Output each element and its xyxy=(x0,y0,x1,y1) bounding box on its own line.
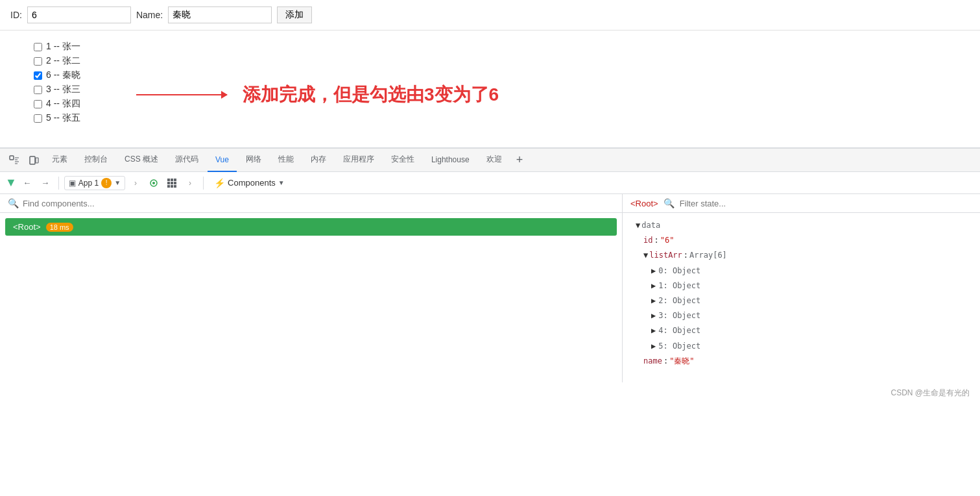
device-icon[interactable] xyxy=(25,151,43,169)
item-3-label: 3: Object xyxy=(658,310,700,322)
refresh-icon[interactable] xyxy=(146,175,161,191)
item-checkbox-4[interactable] xyxy=(34,100,42,108)
listarr-expand-icon[interactable]: ▼ xyxy=(643,249,648,262)
back-button[interactable]: ← xyxy=(19,175,35,191)
item-text-1: 1 -- 张一 xyxy=(46,41,80,53)
expand-0-icon[interactable]: ▶ xyxy=(651,265,656,277)
state-item-0: ▶ 0: Object xyxy=(630,264,972,279)
id-key: id xyxy=(643,234,652,247)
tab-network[interactable]: 网络 xyxy=(238,149,269,172)
state-data-section: ▼ data xyxy=(630,218,972,233)
item-2-label: 2: Object xyxy=(658,295,700,307)
filter-icon: 🔍 xyxy=(663,198,675,208)
tab-memory[interactable]: 内存 xyxy=(303,149,334,172)
state-name-line: name : "秦晓" xyxy=(630,354,972,369)
tab-bar: 元素 控制台 CSS 概述 源代码 Vue 网络 性能 内存 应用程序 安全性 … xyxy=(0,149,980,172)
name-label: Name: xyxy=(136,10,163,20)
tab-add-icon[interactable]: + xyxy=(511,151,529,169)
list-item: 1 -- 张一 xyxy=(34,41,970,53)
search-icon: 🔍 xyxy=(8,198,19,208)
item-text-2: 2 -- 张二 xyxy=(46,55,80,67)
filter-input[interactable] xyxy=(680,199,972,208)
ms-badge: 18 ms xyxy=(46,223,73,232)
expand-2-icon[interactable]: ▶ xyxy=(651,295,656,307)
item-1-label: 1: Object xyxy=(658,280,700,292)
item-checkbox-5[interactable] xyxy=(34,114,42,123)
tab-console[interactable]: 控制台 xyxy=(77,149,115,172)
listarr-key: listArr xyxy=(649,249,682,262)
expand-5-icon[interactable]: ▶ xyxy=(651,340,656,353)
item-text-6: 6 -- 秦晓 xyxy=(46,69,80,81)
app-selector[interactable]: ▣ App 1 ! ▼ xyxy=(64,176,125,190)
search-bar: 🔍 xyxy=(0,194,622,213)
name-key: name xyxy=(643,355,662,367)
tab-vue[interactable]: Vue xyxy=(208,149,237,172)
expand-3-icon[interactable]: ▶ xyxy=(651,310,656,322)
app-dropdown-icon: ▼ xyxy=(114,179,121,186)
divider-2 xyxy=(203,177,204,190)
item-5-label: 5: Object xyxy=(658,340,700,353)
item-checkbox-3[interactable] xyxy=(34,86,42,94)
components-label: Components xyxy=(228,178,276,188)
grid-view-icon[interactable] xyxy=(164,175,180,191)
forward-button[interactable]: → xyxy=(38,175,53,191)
root-tag-label: <Root> xyxy=(13,222,41,232)
watermark: CSDN @生命是有光的 xyxy=(0,382,980,404)
components-dropdown-icon: ▼ xyxy=(278,179,285,186)
right-panel-header: <Root> 🔍 xyxy=(623,194,980,213)
devtools-panel: 元素 控制台 CSS 概述 源代码 Vue 网络 性能 内存 应用程序 安全性 … xyxy=(0,147,980,382)
tab-security[interactable]: 安全性 xyxy=(383,149,422,172)
watermark-text: CSDN @生命是有光的 xyxy=(890,388,970,397)
components-icon: ⚡ xyxy=(214,178,225,188)
id-input[interactable] xyxy=(27,6,131,23)
grid-icon-inner xyxy=(167,179,176,188)
state-item-1: ▶ 1: Object xyxy=(630,279,972,293)
data-expand-icon[interactable]: ▼ xyxy=(636,219,640,232)
expand-1-icon[interactable]: ▶ xyxy=(651,280,656,292)
list-item: 2 -- 张二 xyxy=(34,55,970,67)
warning-badge: ! xyxy=(101,178,112,188)
svg-rect-2 xyxy=(36,158,38,163)
top-form: ID: Name: 添加 xyxy=(0,0,980,31)
name-colon: : xyxy=(663,355,668,367)
tab-elements[interactable]: 元素 xyxy=(44,149,75,172)
name-value: "秦晓" xyxy=(669,355,694,367)
chevron-right-icon[interactable]: › xyxy=(128,175,143,191)
add-button[interactable]: 添加 xyxy=(277,6,312,23)
item-checkbox-6[interactable] xyxy=(34,71,42,80)
search-input[interactable] xyxy=(23,199,614,208)
item-4-label: 4: Object xyxy=(658,325,700,337)
divider-1 xyxy=(58,177,59,190)
tab-source[interactable]: 源代码 xyxy=(167,149,206,172)
name-input[interactable] xyxy=(168,6,272,23)
inspect-icon[interactable] xyxy=(5,151,23,169)
state-item-4: ▶ 4: Object xyxy=(630,323,972,338)
vue-toolbar: ▼ ← → ▣ App 1 ! ▼ › › ⚡ xyxy=(0,172,980,194)
state-item-3: ▶ 3: Object xyxy=(630,308,972,323)
arrow-line xyxy=(136,94,227,95)
item-0-label: 0: Object xyxy=(658,265,700,277)
tab-application[interactable]: 应用程序 xyxy=(335,149,382,172)
tab-lighthouse[interactable]: Lighthouse xyxy=(424,149,477,172)
item-text-4: 4 -- 张四 xyxy=(46,98,80,110)
id-label: ID: xyxy=(10,10,22,20)
tab-performance[interactable]: 性能 xyxy=(270,149,302,172)
list-item: 6 -- 秦晓 xyxy=(34,69,970,81)
chevron-right2-icon[interactable]: › xyxy=(182,175,198,191)
list-item: 5 -- 张五 xyxy=(34,112,970,124)
state-item-5: ▶ 5: Object xyxy=(630,339,972,354)
tab-css[interactable]: CSS 概述 xyxy=(117,149,166,172)
vue-logo: ▼ xyxy=(5,176,17,190)
svg-rect-1 xyxy=(30,156,35,164)
listarr-colon: : xyxy=(684,249,688,262)
root-tag-display: <Root> xyxy=(630,199,658,208)
item-checkbox-1[interactable] xyxy=(34,43,42,51)
root-component-item[interactable]: <Root> 18 ms xyxy=(5,218,617,236)
expand-4-icon[interactable]: ▶ xyxy=(651,325,656,337)
annotation-text: 添加完成，但是勾选由3变为了6 xyxy=(243,82,499,107)
tab-welcome[interactable]: 欢迎 xyxy=(479,149,510,172)
item-checkbox-2[interactable] xyxy=(34,57,42,66)
svg-rect-0 xyxy=(10,156,14,160)
list-area: 1 -- 张一 2 -- 张二 6 -- 秦晓 3 -- 张三 4 -- 张四 … xyxy=(0,31,980,147)
components-button[interactable]: ⚡ Components ▼ xyxy=(209,177,290,190)
